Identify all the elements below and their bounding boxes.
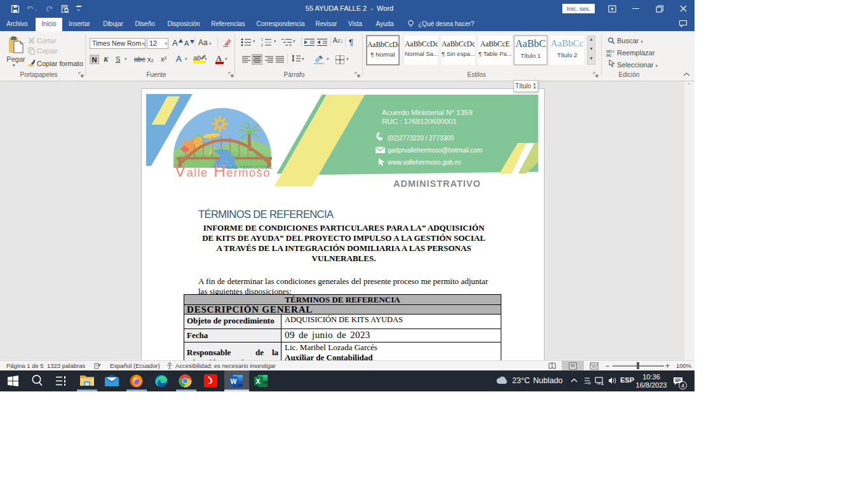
svg-text:RUC : 1768120600001: RUC : 1768120600001: [382, 118, 457, 125]
svg-text:1: 1: [261, 38, 263, 41]
svg-text:W: W: [231, 377, 237, 385]
svg-text:www.vallehermoso.gob.ec: www.vallehermoso.gob.ec: [387, 159, 461, 166]
svg-text:gadprvallehermoso@hotmail.com: gadprvallehermoso@hotmail.com: [388, 147, 482, 154]
svg-text:(02)2773220 / 2773300: (02)2773220 / 2773300: [388, 135, 454, 142]
svg-text:Acuerdo Ministerial N° 1359: Acuerdo Ministerial N° 1359: [382, 109, 473, 116]
svg-text:ac: ac: [606, 52, 611, 57]
svg-text:2: 2: [261, 43, 263, 46]
svg-text:ADMINISTRATIVO: ADMINISTRATIVO: [393, 179, 481, 189]
svg-text:X: X: [256, 377, 261, 385]
